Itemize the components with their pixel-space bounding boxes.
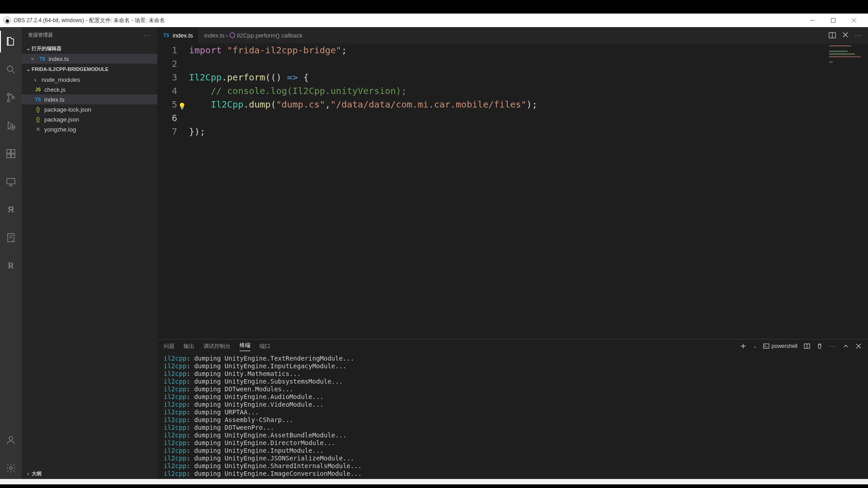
extensions-icon[interactable] [0,143,22,164]
shell-label[interactable]: powershell [763,343,797,349]
more-icon[interactable]: ··· [829,343,836,349]
svg-point-3 [8,100,10,102]
panel-tabs: 问题 输出 调试控制台 终端 端口 ⌄ powershell [157,339,868,353]
svg-point-1 [7,66,13,71]
tab-ports[interactable]: 端口 [259,343,270,350]
svg-rect-15 [764,344,769,348]
svg-rect-10 [7,178,15,184]
bottom-panel: 问题 输出 调试控制台 终端 端口 ⌄ powershell [157,339,868,479]
vscode-window: Я R 资源管理器 ··· ⌄ 打开的编辑器 × TS index.ts ⌄ F… [0,27,868,479]
code-content[interactable]: import "frida-il2cpp-bridge"; Il2Cpp.per… [189,43,868,339]
lightbulb-icon[interactable]: 💡 [178,99,186,113]
explorer-icon[interactable] [0,31,22,52]
outline-header[interactable]: › 大纲 [22,468,157,479]
explorer-sidebar: 资源管理器 ··· ⌄ 打开的编辑器 × TS index.ts ⌄ FRIDA… [22,27,157,479]
breadcrumb[interactable]: index.ts › Il2Cpp.perform() callback [204,32,302,39]
ts-file-icon: TS [34,97,42,102]
trash-icon[interactable] [816,343,823,349]
svg-rect-8 [7,154,10,158]
window-titlebar: ◉ OBS 27.2.4 (64-bit, windows) - 配置文件: 未… [0,14,868,27]
svg-rect-7 [11,150,15,153]
search-icon[interactable] [0,59,22,80]
line-gutter: 1 2 3 4 5 6 7 [157,43,189,339]
tab-bar: TS index.ts index.ts › Il2Cpp.perform() … [157,27,868,43]
symbol-method-icon [229,32,236,38]
ts-file-icon: TS [39,56,46,61]
open-editors-header[interactable]: ⌄ 打开的编辑器 [22,43,157,54]
close-icon[interactable]: × [31,56,34,62]
chevron-right-icon: › [24,471,32,476]
minimize-button[interactable] [802,14,823,27]
activity-bar: Я R [0,27,22,479]
ts-file-icon: TS [163,33,170,38]
tab-output[interactable]: 输出 [184,343,194,350]
dropdown-icon[interactable]: ⌄ [753,344,757,349]
maximize-button[interactable] [823,14,844,27]
tab-debug-console[interactable]: 调试控制台 [203,343,231,350]
more-icon[interactable]: ··· [144,33,151,38]
project-header[interactable]: ⌄ FRIDA-IL2CPP-BRIDGEMODULE [22,64,157,75]
account-icon[interactable] [0,429,22,451]
split-editor-icon[interactable] [829,32,836,39]
json-file-icon: {} [34,116,42,122]
ya-icon[interactable]: Я [0,199,22,221]
terminal-output[interactable]: il2cpp: dumping UnityEngine.TextRenderin… [157,353,868,479]
tab-index-ts[interactable]: TS index.ts [157,27,199,43]
more-icon[interactable]: ··· [855,32,863,39]
obs-blank-bar [0,0,868,14]
svg-point-12 [9,436,13,440]
settings-gear-icon[interactable] [0,457,22,479]
sidebar-title: 资源管理器 ··· [22,27,157,43]
close-panel-icon[interactable] [855,343,862,349]
source-control-icon[interactable] [0,87,22,108]
code-editor[interactable]: 1 2 3 4 5 6 7 import "frida-il2cpp-bridg… [157,43,868,339]
svg-point-13 [9,467,12,469]
r-ext-icon[interactable]: R [0,255,22,277]
file-item[interactable]: {} package-lock.json [22,104,157,114]
remote-icon[interactable] [0,171,22,192]
doc-icon[interactable] [0,227,22,249]
json-file-icon: {} [34,106,42,113]
split-terminal-icon[interactable] [804,343,810,349]
obs-app-icon: ◉ [4,17,11,24]
windows-taskbar[interactable] [0,479,868,484]
chevron-right-icon: › [226,32,228,39]
window-title: OBS 27.2.4 (64-bit, windows) - 配置文件: 未命名… [14,17,165,24]
minimap[interactable] [827,43,868,339]
open-editor-item[interactable]: × TS index.ts [22,54,157,64]
maximize-panel-icon[interactable] [843,343,849,349]
svg-rect-9 [11,154,15,158]
file-item[interactable]: TS index.ts [22,94,157,104]
tab-problems[interactable]: 问题 [164,343,175,350]
js-file-icon: JS [34,87,42,92]
run-debug-icon[interactable] [0,115,22,136]
close-window-button[interactable] [844,14,864,27]
tab-terminal[interactable]: 终端 [240,342,250,351]
svg-rect-6 [7,150,10,153]
editor-group: TS index.ts index.ts › Il2Cpp.perform() … [157,27,868,479]
svg-point-2 [8,94,10,96]
svg-rect-0 [831,19,835,23]
chevron-down-icon: ⌄ [24,66,32,72]
folder-item[interactable]: › node_modules [22,75,157,84]
text-file-icon: ≡ [34,126,42,132]
chevron-right-icon: › [34,76,39,83]
file-item[interactable]: JS check.js [22,84,157,94]
close-tab-icon[interactable] [842,32,849,39]
chevron-down-icon: ⌄ [24,46,32,52]
file-item[interactable]: {} package.json [22,114,157,124]
svg-point-4 [12,97,14,99]
new-terminal-icon[interactable] [740,343,747,350]
file-item[interactable]: ≡ yongzhe.log [22,124,157,134]
